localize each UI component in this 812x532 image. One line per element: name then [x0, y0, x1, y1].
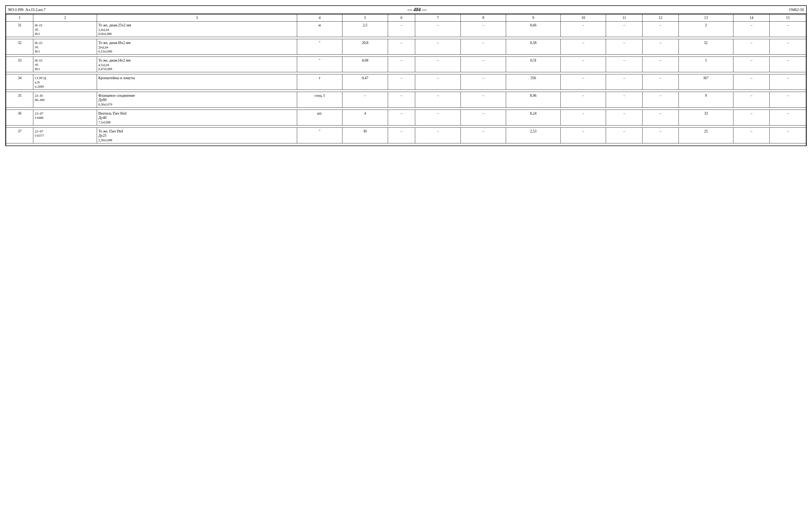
col-header-5: 5 — [343, 14, 388, 21]
row-col10: – — [561, 110, 606, 126]
row-col5: – — [343, 92, 388, 108]
row-code: 0I–I3тб.I8.I — [33, 57, 97, 72]
spacer-row — [6, 55, 806, 57]
table-row: 3523–I006–I00Фланцевое соединениеДу808,3… — [6, 92, 806, 108]
main-table: 1 2 3 4 5 6 7 8 9 10 11 12 13 14 15 310I… — [6, 14, 806, 145]
row-col7: – — [415, 39, 461, 55]
row-col12: – — [642, 57, 679, 72]
row-col14: – — [734, 39, 770, 55]
row-unit: " — [297, 39, 343, 55]
row-number: 31 — [6, 21, 33, 37]
row-col7: – — [415, 92, 461, 108]
spacer-row — [6, 108, 806, 110]
row-col11: – — [606, 92, 642, 108]
header-right: 19462-56 — [788, 8, 804, 12]
row-col11: – — [606, 21, 642, 37]
row-code: 23–I006–I00 — [33, 92, 97, 108]
row-col14: – — [734, 92, 770, 108]
row-number: 33 — [6, 57, 33, 72]
row-description: То же, I5кч I9пIДу252,30хI,098 — [97, 128, 297, 143]
row-unit: " — [297, 128, 343, 143]
row-col12: – — [642, 92, 679, 108]
row-col6: – — [388, 21, 415, 37]
row-col6: – — [388, 92, 415, 108]
row-col15: – — [770, 57, 806, 72]
row-unit: " — [297, 57, 343, 72]
col-header-1: 1 — [6, 14, 33, 21]
col-header-13: 13 — [679, 14, 734, 21]
row-col5: 4 — [343, 110, 388, 126]
row-col5: I0 — [343, 128, 388, 143]
row-description: То же, диам.I8х2 мм20хI,040,53хI,089 — [97, 39, 297, 55]
row-description: То же, диам.25х2 мм2,4хI,040,6IхI,089 — [97, 21, 297, 37]
table-row: 3723–07I-0377То же, I5кч I9пIДу252,30хI,… — [6, 128, 806, 143]
row-number: 37 — [6, 128, 33, 143]
row-col14: – — [734, 128, 770, 143]
row-col5: 4,68 — [343, 57, 388, 72]
row-col5: 2,5 — [343, 21, 388, 37]
row-col6: – — [388, 74, 415, 90]
row-description: Кронштейны и хомуты — [97, 74, 297, 90]
row-col14: – — [734, 74, 770, 90]
table-row: 310I–I3тб.I8.IТо же, диам.25х2 мм2,4хI,0… — [6, 21, 806, 37]
header-left: 903-I-I99. Ал.I3.2,кн.7 — [8, 8, 46, 12]
row-description: Вентиль I5кч I6пIДу407,5хI,098 — [97, 110, 297, 126]
col-header-4: 4 — [297, 14, 343, 21]
row-col15: – — [770, 110, 806, 126]
row-col12: – — [642, 39, 679, 55]
spacer-row — [6, 126, 806, 128]
row-col15: – — [770, 21, 806, 37]
row-code: 0I–I3тб.I8.I — [33, 21, 97, 37]
row-col6: – — [388, 57, 415, 72]
row-col13: 25 — [679, 128, 734, 143]
row-col12: – — [642, 74, 679, 90]
col-header-2: 2 — [33, 14, 97, 21]
row-col13: 9 — [679, 92, 734, 108]
spacer-row — [6, 37, 806, 39]
row-col7: – — [415, 110, 461, 126]
row-col13: 2 — [679, 21, 734, 37]
row-col14: – — [734, 110, 770, 126]
row-col9: 0,66 — [506, 21, 561, 37]
row-col11: – — [606, 39, 642, 55]
page-header: 903-I-I99. Ал.I3.2,кн.7 — 484 — 19462-56 — [6, 6, 806, 14]
col-header-7: 7 — [415, 14, 461, 21]
row-col15: – — [770, 128, 806, 143]
row-code: 23–07I-0377 — [33, 128, 97, 143]
row-col9: 2,53 — [506, 128, 561, 143]
row-col6: – — [388, 110, 415, 126]
table-row: 330I–I3тб.I8.IТо же, диам.I4х2 мм4,5хI,0… — [6, 57, 806, 72]
row-col13: I — [679, 57, 734, 72]
row-unit: т — [297, 74, 343, 90]
row-col13: 33 — [679, 110, 734, 126]
row-col14: – — [734, 21, 770, 37]
row-col5: 20,8 — [343, 39, 388, 55]
row-col15: – — [770, 39, 806, 55]
row-col11: – — [606, 57, 642, 72]
column-headers: 1 2 3 4 5 6 7 8 9 10 11 12 13 14 15 — [6, 14, 806, 21]
row-col6: – — [388, 39, 415, 55]
row-col9: 8,24 — [506, 110, 561, 126]
row-code: 23–07I-04I8 — [33, 110, 97, 126]
row-col7: – — [415, 57, 461, 72]
row-col8: – — [461, 21, 506, 37]
row-col9: 8,96 — [506, 92, 561, 108]
row-col15: – — [770, 92, 806, 108]
row-col15: – — [770, 74, 806, 90]
row-col8: – — [461, 57, 506, 72]
row-col10: – — [561, 57, 606, 72]
row-col11: – — [606, 128, 642, 143]
col-header-8: 8 — [461, 14, 506, 21]
row-col10: – — [561, 21, 606, 37]
row-col7: – — [415, 128, 461, 143]
row-col12: – — [642, 128, 679, 143]
col-header-15: 15 — [770, 14, 806, 21]
row-col9: 0,5I — [506, 57, 561, 72]
row-col12: – — [642, 21, 679, 37]
row-col10: – — [561, 39, 606, 55]
row-col10: – — [561, 74, 606, 90]
row-col7: – — [415, 21, 461, 37]
page-container: 903-I-I99. Ал.I3.2,кн.7 — 484 — 19462-56… — [5, 5, 807, 146]
row-description: То же, диам.I4х2 мм4,5хI,040,47хI,089 — [97, 57, 297, 72]
row-col5: 0,47 — [343, 74, 388, 90]
